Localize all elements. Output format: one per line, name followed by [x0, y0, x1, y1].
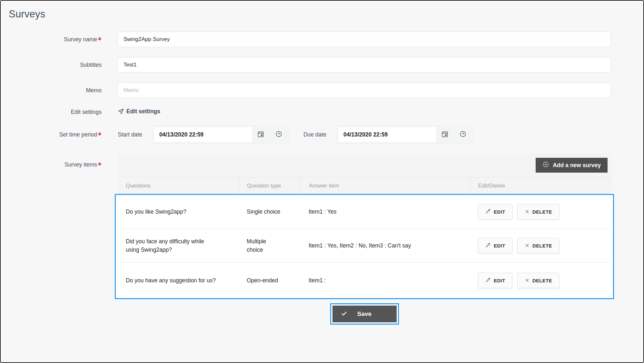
start-date-label: Start date [118, 131, 142, 138]
required-asterisk: ✱ [98, 162, 102, 166]
answer-item-cell: Item1 : Yes, Item2 : No, Item3 : Can't s… [301, 229, 470, 262]
calendar-icon [257, 130, 264, 139]
clock-icon [275, 130, 282, 139]
add-new-survey-button[interactable]: Add a new survey [536, 158, 608, 173]
page-title: Surveys [9, 8, 643, 20]
column-header-questions: Questions [118, 177, 239, 194]
time-period-label: Set time period✱ [1, 131, 102, 138]
subtitles-row: Subtitles [1, 57, 643, 73]
question-cell: Do you like Swing2app? [118, 195, 239, 228]
actions-cell: EDIT ✕ DELETE [470, 195, 611, 228]
x-icon: ✕ [525, 209, 530, 215]
delete-button[interactable]: ✕ DELETE [517, 273, 560, 288]
due-date-widget [337, 126, 473, 144]
survey-form: Survey name✱ Subtitles Memo Edit setting… [1, 32, 643, 325]
edit-button-label: EDIT [494, 278, 505, 283]
column-header-edit-delete: Edit/Delete [470, 177, 611, 194]
memo-row: Memo [1, 83, 643, 98]
start-date-calendar-button[interactable] [252, 127, 270, 142]
edit-settings-link[interactable]: Edit settings [118, 108, 160, 115]
start-date-widget [153, 126, 289, 144]
pencil-icon [485, 208, 491, 215]
survey-name-row: Survey name✱ [1, 32, 643, 47]
pencil-icon [485, 277, 491, 284]
survey-name-label: Survey name✱ [1, 36, 102, 43]
subtitles-label: Subtitles [1, 62, 102, 68]
x-icon: ✕ [525, 278, 530, 283]
question-cell: Did you face any difficulty while using … [118, 229, 239, 262]
memo-label: Memo [1, 87, 102, 94]
save-row: Save [1, 303, 643, 325]
table-row: Do you have any suggestion for us? Open-… [118, 263, 611, 298]
survey-items-toolbar: Add a new survey [118, 153, 611, 177]
survey-name-input[interactable] [118, 32, 611, 47]
delete-button[interactable]: ✕ DELETE [517, 238, 560, 253]
plus-circle-icon [542, 161, 549, 169]
column-header-question-type: Question type [239, 177, 301, 194]
column-header-answer-item: Answer item [301, 177, 470, 194]
due-date-input[interactable] [338, 127, 436, 142]
due-time-clock-button[interactable] [454, 127, 472, 142]
answer-item-cell: Item1 : Yes [301, 195, 470, 228]
actions-cell: EDIT ✕ DELETE [470, 229, 611, 262]
save-button[interactable]: Save [332, 306, 397, 322]
question-cell: Do you have any suggestion for us? [118, 263, 239, 298]
paper-plane-icon [118, 108, 124, 115]
edit-settings-link-label: Edit settings [126, 108, 160, 115]
delete-button[interactable]: ✕ DELETE [517, 204, 560, 219]
save-button-label: Save [357, 310, 372, 318]
survey-items-label: Survey items✱ [1, 153, 102, 168]
edit-settings-row: Edit settings Edit settings [1, 108, 643, 116]
edit-button[interactable]: EDIT [478, 273, 512, 288]
calendar-icon [441, 130, 449, 139]
surveys-page: Surveys Survey name✱ Subtitles Memo Edit… [1, 1, 643, 325]
edit-settings-label: Edit settings [1, 109, 102, 116]
table-row: Did you face any difficulty while using … [118, 229, 611, 263]
x-icon: ✕ [525, 243, 530, 248]
time-period-row: Set time period✱ Start date [1, 126, 643, 144]
add-new-survey-button-label: Add a new survey [553, 162, 601, 169]
question-type-cell: Single choice [239, 195, 301, 228]
required-asterisk: ✱ [98, 132, 102, 136]
question-type-cell: Open-ended [239, 263, 301, 298]
answer-item-cell: Item1 : [301, 263, 470, 298]
save-button-highlight: Save [330, 303, 399, 325]
edit-button[interactable]: EDIT [478, 204, 512, 219]
clock-icon [459, 130, 467, 139]
table-body-highlighted: Do you like Swing2app? Single choice Ite… [115, 194, 614, 299]
actions-cell: EDIT ✕ DELETE [470, 263, 611, 298]
table-row: Do you like Swing2app? Single choice Ite… [118, 195, 611, 229]
required-asterisk: ✱ [98, 36, 102, 41]
due-date-label: Due date [303, 131, 326, 138]
table-header-row: Questions Question type Answer item Edit… [118, 177, 611, 194]
question-type-cell: Multiple choice [239, 229, 301, 262]
due-date-calendar-button[interactable] [436, 127, 454, 142]
check-icon [341, 310, 347, 318]
memo-input[interactable] [118, 83, 611, 98]
edit-button-label: EDIT [494, 243, 505, 248]
pencil-icon [485, 242, 491, 249]
edit-button-label: EDIT [494, 209, 505, 215]
edit-button[interactable]: EDIT [478, 238, 512, 253]
survey-items-row: Survey items✱ Add a new survey Questions… [1, 153, 643, 299]
survey-items-table: Questions Question type Answer item Edit… [118, 177, 611, 299]
subtitles-input[interactable] [118, 57, 611, 73]
delete-button-label: DELETE [532, 243, 552, 248]
delete-button-label: DELETE [532, 209, 552, 215]
start-date-input[interactable] [154, 127, 252, 142]
start-time-clock-button[interactable] [270, 127, 287, 142]
delete-button-label: DELETE [532, 278, 552, 283]
